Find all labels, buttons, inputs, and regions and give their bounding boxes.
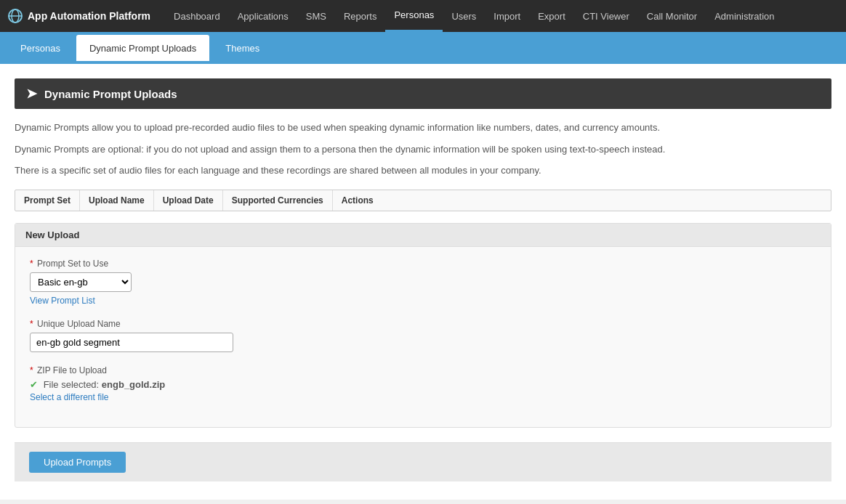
col-prompt-set: Prompt Set bbox=[15, 190, 80, 211]
required-star-2: * bbox=[30, 319, 33, 329]
upload-prompts-button[interactable]: Upload Prompts bbox=[29, 452, 126, 473]
prompt-set-select-wrapper: Basic en-gb Basic en-us Basic fr-fr Basi… bbox=[30, 272, 132, 292]
footer-bar: Upload Prompts bbox=[15, 442, 831, 481]
section-header: ➤ Dynamic Prompt Uploads bbox=[15, 78, 831, 109]
new-upload-body: * Prompt Set to Use Basic en-gb Basic en… bbox=[15, 247, 831, 427]
main-content: ➤ Dynamic Prompt Uploads Dynamic Prompts… bbox=[0, 64, 846, 500]
nav-export[interactable]: Export bbox=[529, 0, 574, 32]
prompt-set-label: * Prompt Set to Use bbox=[30, 259, 816, 269]
brand: App Automation Platform bbox=[7, 8, 150, 24]
upload-name-group: * Unique Upload Name bbox=[30, 319, 816, 352]
col-upload-name: Upload Name bbox=[80, 190, 154, 211]
col-supported-currencies: Supported Currencies bbox=[223, 190, 333, 211]
desc-text-1: Dynamic Prompts allow you to upload pre-… bbox=[15, 121, 831, 135]
nav-reports[interactable]: Reports bbox=[335, 0, 386, 32]
page-wrapper: App Automation Platform Dashboard Applic… bbox=[0, 0, 846, 504]
zip-file-label: * ZIP File to Upload bbox=[30, 365, 816, 375]
arrow-icon: ➤ bbox=[26, 86, 37, 102]
tab-personas[interactable]: Personas bbox=[7, 35, 73, 61]
nav-sms[interactable]: SMS bbox=[297, 0, 335, 32]
file-name: engb_gold.zip bbox=[102, 379, 165, 390]
sub-tabs: Personas Dynamic Prompt Uploads Themes bbox=[0, 32, 846, 64]
desc-text-2: Dynamic Prompts are optional: if you do … bbox=[15, 142, 831, 157]
nav-cti-viewer[interactable]: CTI Viewer bbox=[574, 0, 638, 32]
view-prompt-link[interactable]: View Prompt List bbox=[30, 296, 816, 306]
required-star-1: * bbox=[30, 259, 33, 269]
nav-personas[interactable]: Personas bbox=[385, 0, 443, 32]
prompt-set-select[interactable]: Basic en-gb Basic en-us Basic fr-fr Basi… bbox=[30, 272, 132, 292]
prompt-set-group: * Prompt Set to Use Basic en-gb Basic en… bbox=[30, 259, 816, 306]
select-different-file-link[interactable]: Select a different file bbox=[30, 392, 816, 402]
nav-administration[interactable]: Administration bbox=[706, 0, 783, 32]
new-upload-header: New Upload bbox=[15, 224, 831, 247]
new-upload-box: New Upload * Prompt Set to Use Basic en-… bbox=[15, 223, 831, 428]
col-upload-date: Upload Date bbox=[154, 190, 223, 211]
tab-themes[interactable]: Themes bbox=[212, 35, 273, 61]
tab-dynamic-prompt-uploads[interactable]: Dynamic Prompt Uploads bbox=[76, 35, 209, 61]
upload-name-input[interactable] bbox=[30, 333, 233, 352]
zip-file-group: * ZIP File to Upload ✔ File selected: en… bbox=[30, 365, 816, 402]
section-title: Dynamic Prompt Uploads bbox=[44, 88, 177, 100]
nav-applications[interactable]: Applications bbox=[229, 0, 297, 32]
file-info: ✔ File selected: engb_gold.zip bbox=[30, 379, 816, 390]
nav-users[interactable]: Users bbox=[443, 0, 485, 32]
check-icon: ✔ bbox=[30, 379, 38, 390]
file-selected-prefix: File selected: bbox=[44, 379, 102, 390]
table-header: Prompt Set Upload Name Upload Date Suppo… bbox=[15, 190, 831, 211]
nav-links: Dashboard Applications SMS Reports Perso… bbox=[165, 0, 839, 32]
top-nav: App Automation Platform Dashboard Applic… bbox=[0, 0, 846, 32]
nav-import[interactable]: Import bbox=[485, 0, 529, 32]
brand-name: App Automation Platform bbox=[28, 10, 150, 22]
nav-call-monitor[interactable]: Call Monitor bbox=[638, 0, 706, 32]
brand-icon bbox=[7, 8, 23, 24]
required-star-3: * bbox=[30, 365, 33, 375]
desc-text-3: There is a specific set of audio files f… bbox=[15, 163, 831, 178]
nav-dashboard[interactable]: Dashboard bbox=[165, 0, 229, 32]
col-actions: Actions bbox=[333, 190, 382, 211]
upload-name-label: * Unique Upload Name bbox=[30, 319, 816, 329]
